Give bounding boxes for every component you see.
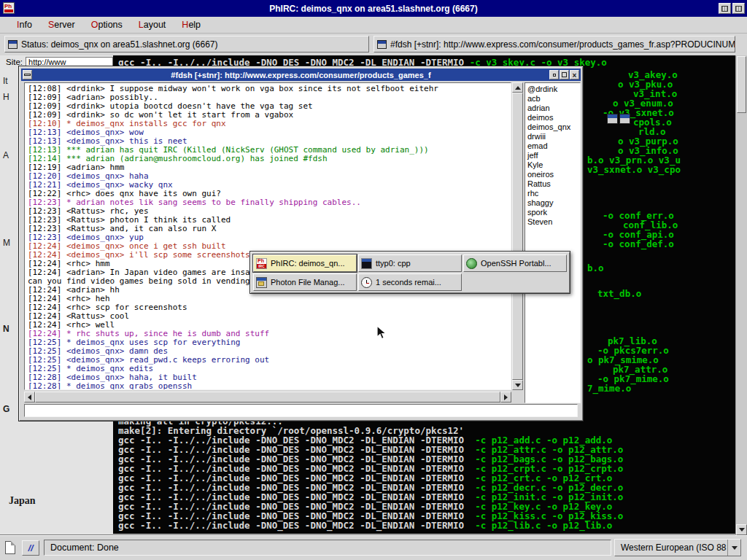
- status-tab[interactable]: Status: deimos_qnx on area51.slashnet.or…: [4, 36, 369, 52]
- scroll-down-button[interactable]: [736, 524, 747, 535]
- scroll-left-button[interactable]: [24, 392, 35, 402]
- scrollbar-thumb[interactable]: [737, 56, 746, 113]
- menu-bar: InfoServerOptionsLayoutHelp: [0, 17, 747, 34]
- menu-item-server[interactable]: Server: [40, 18, 83, 31]
- chat-message: [12:25] * deimos_qnx edits: [28, 364, 511, 373]
- user-list-item[interactable]: deimos_qnx: [527, 122, 578, 132]
- user-list-item[interactable]: drwiii: [527, 132, 578, 141]
- user-list-item[interactable]: adrian: [527, 104, 578, 113]
- channel-tab-label: #fdsh [+stnr]: http://www.express.com/co…: [390, 39, 735, 50]
- menu-item-help[interactable]: Help: [174, 18, 209, 31]
- user-list-item[interactable]: jeff: [527, 151, 578, 160]
- scrollbar-thumb[interactable]: [35, 392, 500, 402]
- timer-icon: [361, 277, 372, 288]
- window-resize-button[interactable]: [732, 3, 745, 14]
- chat-message: [12:28] <deimos_qnx> haha, it built: [28, 373, 511, 381]
- task-switcher-item[interactable]: Photon File Manag...: [253, 273, 357, 291]
- task-switcher-item[interactable]: 1 seconds remai...: [358, 273, 462, 291]
- user-list-item[interactable]: shaggy: [527, 198, 578, 208]
- encoding-label: Western European (ISO 88: [621, 542, 727, 553]
- chat-message: [12:21] <deimos_qnx> wacky qnx: [28, 180, 511, 189]
- status-tab-label: Status: deimos_qnx on area51.slashnet.or…: [21, 39, 218, 50]
- resize-icon: [735, 6, 742, 12]
- arrow-up-icon: [515, 86, 521, 90]
- chat-horizontal-scrollbar[interactable]: [24, 392, 511, 402]
- menu-item-info[interactable]: Info: [9, 18, 40, 31]
- channel-window: #fdsh [+stnr]: http://www.express.com/co…: [18, 66, 584, 421]
- scroll-down-button[interactable]: [512, 380, 523, 390]
- menu-item-layout[interactable]: Layout: [131, 18, 174, 31]
- close-button[interactable]: [570, 70, 579, 79]
- chat-message: [12:24] <rhc> heh: [28, 294, 511, 303]
- channel-tab[interactable]: #fdsh [+stnr]: http://www.express.com/co…: [374, 36, 735, 52]
- task-switcher-item-label: Photon File Manag...: [271, 278, 345, 287]
- user-list-item[interactable]: Rattus: [527, 179, 578, 189]
- task-switcher-items: PhIRC: deimos_qn...ttyp0: cppOpenSSH Por…: [252, 254, 568, 292]
- user-list-item[interactable]: spork: [527, 208, 578, 217]
- channel-window-title: #fdsh [+stnr]: http://www.express.com/co…: [171, 71, 430, 79]
- chat-message: [12:24] <deimos_qnx> once i get ssh buil…: [28, 241, 511, 250]
- user-list-item[interactable]: rhc: [527, 189, 578, 198]
- channel-window-titlebar[interactable]: #fdsh [+stnr]: http://www.express.com/co…: [21, 69, 581, 81]
- dropdown-arrow-icon: [727, 540, 740, 556]
- window-menu-button[interactable]: [23, 70, 32, 79]
- chat-message: [12:24] <Rattus> cool: [28, 311, 511, 320]
- minimized-window-icon[interactable]: [619, 114, 630, 124]
- task-switcher: PhIRC: deimos_qn...ttyp0: cppOpenSSH Por…: [249, 251, 570, 294]
- collapse-icon: [721, 6, 728, 12]
- chat-message: [12:25] <deimos_qnx> damn des: [28, 346, 511, 355]
- task-switcher-item-label: OpenSSH Portabl...: [481, 259, 551, 268]
- task-switcher-item[interactable]: PhIRC: deimos_qn...: [253, 254, 357, 272]
- chat-message: [12:20] <deimos_qnx> haha: [28, 171, 511, 180]
- scroll-right-button[interactable]: [500, 392, 511, 402]
- arrow-down-icon: [515, 384, 521, 387]
- chat-log[interactable]: [12:08] <drdink> I suppose midway won't …: [24, 82, 511, 390]
- chat-message: [12:24] * rhc shuts up, since he is dumb…: [28, 329, 511, 338]
- navigator-button[interactable]: [22, 540, 39, 556]
- close-icon: [573, 71, 577, 79]
- user-list-item[interactable]: Kyle: [527, 160, 578, 170]
- user-list-item[interactable]: deimos: [527, 113, 578, 122]
- chat-message: [12:09] <drdink> utopia bootcd doesn't h…: [28, 101, 511, 110]
- menu-item-options[interactable]: Options: [83, 18, 131, 31]
- file-manager-icon: [256, 277, 267, 288]
- task-switcher-item[interactable]: ttyp0: cpp: [358, 254, 462, 272]
- arrow-right-icon: [504, 394, 508, 400]
- minimized-window-icon[interactable]: [607, 114, 618, 124]
- message-input[interactable]: [24, 404, 578, 417]
- browser-vertical-scrollbar[interactable]: [735, 55, 747, 535]
- main-window-titlebar[interactable]: PhIRC: deimos_qnx on area51.slashnet.org…: [0, 0, 747, 17]
- chat-message: [12:14] *** adrian (adrian@mushroomcloud…: [28, 154, 511, 163]
- chat-message: [12:08] <drdink> I suppose midway won't …: [28, 84, 511, 93]
- chat-message: [12:24] <rhc> well: [28, 320, 511, 329]
- browser-status-bar: Document: Done Western European (ISO 88: [0, 535, 747, 560]
- chat-message: [12:23] <Rattus> and, it can also run X: [28, 224, 511, 233]
- document-status-field: Document: Done: [44, 540, 611, 556]
- minimize-icon: [553, 74, 556, 77]
- page-icon: [5, 541, 15, 554]
- user-list-item[interactable]: Steven: [527, 217, 578, 227]
- phirc-icon: [256, 258, 267, 269]
- user-list-item[interactable]: emad: [527, 141, 578, 151]
- window-mini-icon: [8, 40, 18, 49]
- window-mini-icon: [377, 40, 387, 49]
- encoding-select[interactable]: Western European (ISO 88: [614, 539, 741, 556]
- minimize-button[interactable]: [549, 70, 559, 79]
- chat-message: [12:10] * deimos_qnx installs gcc for qn…: [28, 119, 511, 128]
- chat-message: [12:09] <drdink> so dc won't let it star…: [28, 110, 511, 119]
- user-list-item[interactable]: @drdink: [527, 85, 578, 94]
- openssh-icon: [466, 258, 477, 269]
- task-switcher-item[interactable]: OpenSSH Portabl...: [463, 254, 567, 272]
- user-list-item[interactable]: acb: [527, 94, 578, 104]
- maximize-button[interactable]: [560, 70, 569, 79]
- document-status-text: Document: Done: [50, 542, 119, 553]
- scrollbar-thumb[interactable]: [512, 93, 523, 380]
- window-collapse-button[interactable]: [719, 3, 731, 14]
- user-list-item[interactable]: oneiros: [527, 170, 578, 179]
- chat-message: [12:13] *** adrian has quit IRC (Killed …: [28, 145, 511, 154]
- user-list[interactable]: @drdinkacbadriandeimosdeimos_qnxdrwiiiem…: [525, 82, 581, 403]
- phirc-app-icon: [3, 2, 15, 14]
- scroll-up-button[interactable]: [512, 82, 523, 93]
- chat-message: [12:13] <deimos_qnx> this is neet: [28, 136, 511, 145]
- chat-vertical-scrollbar[interactable]: [512, 82, 523, 390]
